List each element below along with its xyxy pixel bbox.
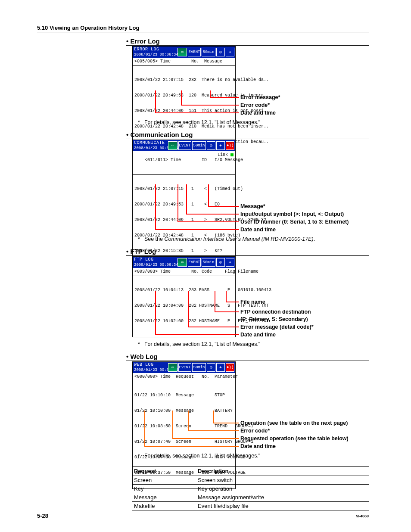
tool-icon[interactable]: ✚ [216,141,225,150]
rate-icon[interactable]: 50min [192,141,206,150]
callout-requested-op: Requested operation (see the table below… [240,435,349,442]
leader [186,184,187,214]
log-row: 2008/01/22 10:02:00 282 HOSTNAME P FTP_T… [134,319,234,324]
cell-request: Screen [132,476,196,485]
cell-description: Screen switch [196,476,369,485]
log-columns: <005/005> Time No. Message [133,58,235,66]
heading-ftp-log: FTP Log [126,248,156,255]
log-icon-bar: ▭ EVENT 50min ◎ ✚ ●)) [168,141,234,150]
leader [208,206,239,207]
cell-request: Message [132,493,196,502]
callout-date-time: Date and time [240,331,276,339]
leader [213,411,214,423]
leader [188,291,189,327]
leader [155,291,156,334]
leader [155,334,239,335]
leader [188,327,239,327]
event-icon[interactable]: EVENT [178,363,191,372]
callout-file-name: File name [240,299,265,306]
disp-icon[interactable]: ▭ [177,48,187,56]
log-row: 2008/01/22 21:07:15 232 There is no avai… [134,78,234,83]
log-icon-bar: ▭ EVENT 50min ◎ ✚ [177,258,234,267]
stop-icon[interactable]: ◎ [207,141,215,150]
log-icon-bar: ▭ EVENT 50min ◎ ✚ [177,47,234,57]
callout-line: FTP connection destination [240,309,311,315]
leader [215,291,215,311]
cols-text: <011/011> Time ID I/O Message [145,158,243,162]
leader [213,423,239,423]
note-details-121: *For details, see section 12.1, "List of… [138,341,260,347]
callout-error-code: Error code* [240,427,270,435]
leader [210,97,239,98]
col-description: Description [196,467,369,476]
note-details-121: *For details, see section 12.1, "List of… [138,119,260,125]
table-header-row: Request Description [132,467,369,476]
callout-user-id: User ID number (0: Serial, 1 to 3: Ether… [240,218,349,226]
disp-icon[interactable]: ▭ [177,258,187,267]
callout-date-time: Date and time [240,109,276,117]
event-icon[interactable]: EVENT [188,48,201,56]
callout-message: Message* [240,203,265,210]
rate-icon[interactable]: 50min [202,48,215,56]
heading-rule [126,45,369,46]
callout-ftp-dest: FTP connection destination (P: Primary, … [240,308,311,323]
section-rule [37,32,369,32]
log-row: 2008/01/22 21:07:15 1 < (Timed out) [134,187,234,192]
cell-description: Event file/display file [196,502,369,510]
audio-icon[interactable]: ●)) [226,141,234,150]
log-columns: <011/011> Time ID I/O Message Link [133,151,235,175]
leader [155,90,156,112]
note-text-ital: Communication Interface User's Manual (I… [164,236,313,242]
event-icon[interactable]: EVENT [188,258,201,267]
disp-icon[interactable]: ▭ [168,363,177,372]
tool-icon[interactable]: ✚ [226,48,234,56]
leader [177,221,239,222]
leader [226,302,239,302]
callout-error-code: Error code* [240,102,270,109]
leader [186,214,239,215]
leader [155,184,156,229]
stop-icon[interactable]: ◎ [207,363,215,372]
link-indicator: Link [218,152,234,158]
leader [215,311,239,312]
log-titlebar: ERROR LOG 2008/01/23 00:06:34 ▭ EVENT 50… [133,47,235,58]
table-row: Key Key operation [132,485,369,493]
log-row: 2008/01/22 10:04:13 283 PASS P 051010.10… [134,288,234,293]
tool-icon[interactable]: ✚ [226,258,234,267]
leader [155,229,239,230]
log-title: FTP LOG [134,257,154,262]
log-body: 2008/01/22 10:04:13 283 PASS P 051010.10… [133,276,235,337]
heading-web-log: Web Log [126,353,157,360]
log-icon-bar: ▭ EVENT 50min ◎ ✚ ●)) [168,363,234,372]
log-row: 01/22 10:07:40 Screen HISTORY GROUP=1 [134,439,234,445]
disp-icon[interactable]: ▭ [168,141,177,150]
heading-rule [126,255,369,256]
leader [188,411,189,430]
leader [144,446,239,447]
log-title: ERROR LOG [134,47,159,52]
callout-error-msg: Error message (detail code)* [240,324,314,331]
heading-rule [126,139,369,139]
stop-icon[interactable]: ◎ [216,258,225,267]
table-row: Makefile Event file/display file [132,502,369,510]
rate-icon[interactable]: 50min [192,363,206,372]
log-titlebar: COMMUNICATE LOG 2008/01/23 00:06:46 ▭ EV… [133,140,235,151]
tool-icon[interactable]: ✚ [216,363,225,372]
leader [181,105,239,106]
leader [226,291,227,302]
col-request: Request [132,467,196,476]
link-label: Link [218,152,230,157]
stop-icon[interactable]: ◎ [216,48,225,56]
rate-icon[interactable]: 50min [202,258,215,267]
leader [155,112,239,113]
cell-request: Key [132,485,196,493]
event-icon[interactable]: EVENT [178,141,191,150]
callout-io-symbol: Input/output symbol (>: Input, <: Output… [240,211,344,218]
audio-icon[interactable]: ●)) [226,363,234,372]
note-details-121: *For details, see section 12.1, "List of… [138,453,260,459]
log-titlebar: WEB LOG 2008/01/23 00:06:53 ▭ EVENT 50mi… [133,362,235,373]
leader [188,430,239,431]
callout-date-time: Date and time [240,226,276,233]
leader [181,90,182,105]
heading-error-log: Error Log [126,37,160,45]
